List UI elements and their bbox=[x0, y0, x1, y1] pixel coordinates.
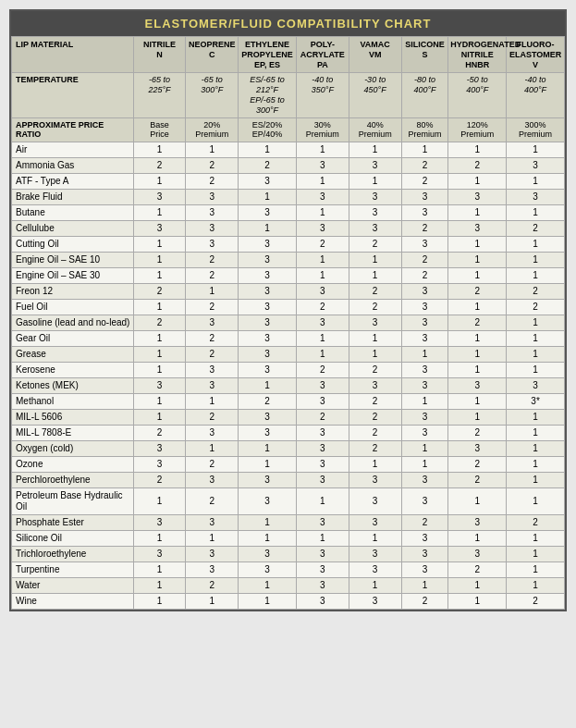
rating-cell: 3 bbox=[401, 488, 448, 515]
rating-cell: 3 bbox=[133, 547, 186, 562]
rating-cell: 2 bbox=[401, 594, 448, 610]
price-s: 80%Premium bbox=[401, 117, 448, 142]
rating-cell: 2 bbox=[239, 158, 297, 174]
rating-cell: 1 bbox=[133, 578, 186, 594]
table-row: Petroleum Base Hydraulic Oil12313311 bbox=[12, 488, 565, 515]
fluid-name: Trichloroethylene bbox=[12, 547, 134, 562]
table-row: Kerosene13322311 bbox=[12, 363, 565, 378]
rating-cell: 3 bbox=[186, 190, 239, 205]
rating-cell: 3 bbox=[296, 562, 349, 578]
rating-cell: 3 bbox=[186, 205, 239, 221]
fluid-name: Gasoline (lead and no-lead) bbox=[12, 315, 134, 331]
compatibility-table: LIP MATERIAL NITRILEN NEOPRENEC ETHYLENE… bbox=[11, 36, 565, 610]
rating-cell: 2 bbox=[186, 578, 239, 594]
temp-v: -40 to400°F bbox=[507, 73, 565, 117]
rating-cell: 3 bbox=[507, 158, 565, 174]
rating-cell: 1 bbox=[186, 284, 239, 300]
rating-cell: 3 bbox=[296, 441, 349, 457]
rating-cell: 1 bbox=[401, 394, 448, 410]
rating-cell: 1 bbox=[133, 174, 186, 190]
header-nitrile: NITRILEN bbox=[133, 37, 186, 73]
fluid-name: Engine Oil – SAE 10 bbox=[12, 253, 134, 268]
rating-cell: 3 bbox=[296, 578, 349, 594]
table-row: Ketones (MEK)33133333 bbox=[12, 378, 565, 394]
rating-cell: 1 bbox=[133, 410, 186, 426]
rating-cell: 2 bbox=[186, 457, 239, 473]
rating-cell: 3 bbox=[239, 268, 297, 284]
fluid-name: Cutting Oil bbox=[12, 237, 134, 253]
rating-cell: 3 bbox=[296, 547, 349, 562]
rating-cell: 3 bbox=[349, 562, 401, 578]
rating-cell: 3 bbox=[401, 562, 448, 578]
rating-cell: 3 bbox=[349, 378, 401, 394]
rating-cell: 1 bbox=[448, 347, 507, 363]
rating-cell: 3 bbox=[133, 515, 186, 531]
rating-cell: 3 bbox=[448, 441, 507, 457]
fluid-name: Freon 12 bbox=[12, 284, 134, 300]
rating-cell: 1 bbox=[448, 237, 507, 253]
rating-cell: 3 bbox=[239, 562, 297, 578]
rating-cell: 2 bbox=[186, 300, 239, 315]
rating-cell: 3 bbox=[239, 473, 297, 488]
rating-cell: 1 bbox=[507, 205, 565, 221]
rating-cell: 3 bbox=[296, 284, 349, 300]
rating-cell: 3 bbox=[186, 221, 239, 237]
rating-cell: 1 bbox=[186, 594, 239, 610]
rating-cell: 1 bbox=[507, 531, 565, 547]
rating-cell: 3 bbox=[133, 457, 186, 473]
rating-cell: 1 bbox=[507, 268, 565, 284]
rating-cell: 3 bbox=[507, 190, 565, 205]
rating-cell: 3 bbox=[401, 363, 448, 378]
rating-cell: 2 bbox=[186, 174, 239, 190]
fluid-name: Ozone bbox=[12, 457, 134, 473]
rating-cell: 3 bbox=[239, 426, 297, 441]
table-row: MIL-L 7808-E23332321 bbox=[12, 426, 565, 441]
table-row: Phosphate Ester33133232 bbox=[12, 515, 565, 531]
table-row: Butane13313311 bbox=[12, 205, 565, 221]
rating-cell: 1 bbox=[448, 174, 507, 190]
rating-cell: 1 bbox=[507, 253, 565, 268]
rating-cell: 2 bbox=[448, 426, 507, 441]
rating-cell: 2 bbox=[401, 174, 448, 190]
header-silicone: SILICONES bbox=[401, 37, 448, 73]
rating-cell: 3 bbox=[239, 237, 297, 253]
rating-cell: 3 bbox=[401, 547, 448, 562]
table-row: Fuel Oil12322312 bbox=[12, 300, 565, 315]
rating-cell: 2 bbox=[448, 457, 507, 473]
rating-cell: 2 bbox=[401, 158, 448, 174]
table-row: Ozone32131121 bbox=[12, 457, 565, 473]
rating-cell: 1 bbox=[507, 547, 565, 562]
rating-cell: 3 bbox=[349, 488, 401, 515]
rating-cell: 3 bbox=[349, 547, 401, 562]
rating-cell: 1 bbox=[133, 253, 186, 268]
temp-vm: -30 to450°F bbox=[349, 73, 401, 117]
rating-cell: 3 bbox=[239, 253, 297, 268]
rating-cell: 3 bbox=[239, 363, 297, 378]
rating-cell: 2 bbox=[186, 158, 239, 174]
rating-cell: 3 bbox=[239, 488, 297, 515]
table-row: MIL-L 560612322311 bbox=[12, 410, 565, 426]
temp-pa: -40 to350°F bbox=[296, 73, 349, 117]
rating-cell: 1 bbox=[296, 347, 349, 363]
rating-cell: 3 bbox=[186, 515, 239, 531]
fluid-name: Ketones (MEK) bbox=[12, 378, 134, 394]
rating-cell: 1 bbox=[133, 488, 186, 515]
rating-cell: 1 bbox=[448, 253, 507, 268]
rating-cell: 3 bbox=[401, 300, 448, 315]
header-vamac: VAMACVM bbox=[349, 37, 401, 73]
rating-cell: 3 bbox=[239, 315, 297, 331]
fluid-name: Fuel Oil bbox=[12, 300, 134, 315]
rating-cell: 3 bbox=[296, 190, 349, 205]
rating-cell: 2 bbox=[448, 473, 507, 488]
fluid-name: Wine bbox=[12, 594, 134, 610]
rating-cell: 3 bbox=[133, 190, 186, 205]
rating-cell: 3 bbox=[349, 515, 401, 531]
rating-cell: 3 bbox=[349, 221, 401, 237]
header-lip: LIP MATERIAL bbox=[12, 37, 134, 73]
fluid-name: Butane bbox=[12, 205, 134, 221]
rating-cell: 1 bbox=[133, 268, 186, 284]
table-row: Engine Oil – SAE 3012311211 bbox=[12, 268, 565, 284]
rating-cell: 1 bbox=[448, 594, 507, 610]
rating-cell: 3 bbox=[349, 158, 401, 174]
rating-cell: 3 bbox=[186, 547, 239, 562]
